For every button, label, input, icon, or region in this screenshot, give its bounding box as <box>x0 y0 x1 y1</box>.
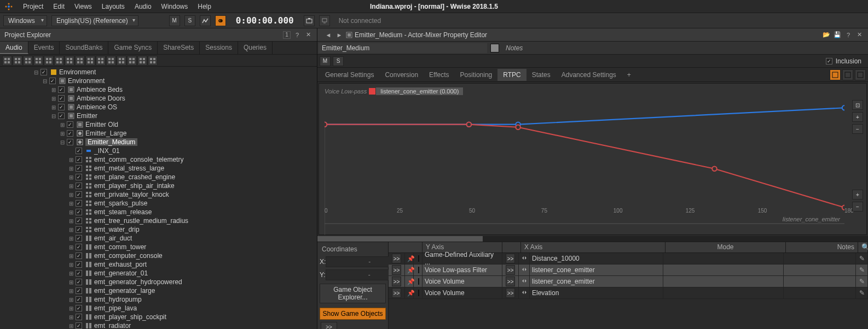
new-object-icon-1[interactable] <box>13 56 22 66</box>
back-icon[interactable]: ◄ <box>324 31 333 39</box>
new-object-icon-2[interactable] <box>23 56 33 66</box>
capture-icon[interactable] <box>304 15 315 26</box>
expander-icon[interactable]: ⊞ <box>68 306 74 312</box>
expander-icon[interactable]: ⊟ <box>42 78 48 84</box>
col-notes[interactable]: Notes <box>786 242 858 252</box>
expander-icon[interactable]: ⊞ <box>50 104 57 110</box>
new-object-icon-3[interactable] <box>33 56 43 66</box>
zoom-out-icon[interactable]: − <box>852 124 863 134</box>
tree-checkbox[interactable]: ✓ <box>76 322 82 329</box>
tree-item[interactable]: ⊞ ✓ emt_player_ship_air_intake <box>0 181 317 190</box>
expander-icon[interactable]: ⊞ <box>68 288 74 294</box>
tree-item[interactable]: ⊟ ✓ Environment <box>0 68 317 77</box>
coords-arrow-button[interactable]: >> <box>321 322 337 329</box>
prop-tab-states[interactable]: States <box>526 69 556 81</box>
show-game-objects-button[interactable]: Show Game Objects <box>320 308 386 320</box>
tree-item[interactable]: ⊞ ✓ emt_radiator <box>0 321 317 329</box>
tree-checkbox[interactable]: ✓ <box>49 78 56 84</box>
edit-icon[interactable]: ✎ <box>858 255 865 262</box>
tree-item[interactable]: ⊞ ✓ emt_exhaust_port <box>0 260 317 269</box>
tree-checkbox[interactable]: ✓ <box>76 183 82 189</box>
prop-tab-rtpc[interactable]: RTPC <box>497 69 526 81</box>
expander-icon[interactable]: ⊞ <box>50 87 57 93</box>
expander-icon[interactable]: ⊞ <box>68 174 74 180</box>
rtpc-row[interactable]: >> 📌 Voice Volume >> Elevation ✎ <box>389 287 868 299</box>
tree-item[interactable]: ⊞ ✓ emt_sparks_pulse <box>0 199 317 208</box>
tree-item[interactable]: ⊞ ✓ Ambience OS <box>0 103 317 111</box>
editor-close-icon[interactable]: ✕ <box>855 31 864 39</box>
menu-views[interactable]: Views <box>74 3 92 10</box>
tree-checkbox[interactable]: ✓ <box>67 121 73 128</box>
tree-item[interactable]: ⊞ ✓ emt_private_taylor_knock <box>0 190 317 199</box>
solo-button[interactable]: S <box>184 15 195 26</box>
expander-icon[interactable]: ⊞ <box>68 236 74 242</box>
new-object-icon-8[interactable] <box>85 56 95 66</box>
tree-checkbox[interactable]: ✓ <box>67 139 73 145</box>
rtpc-row[interactable]: >> 📌 Game-Defined Auxiliary ... >> Dista… <box>389 253 868 265</box>
prop-tab-general-settings[interactable]: General Settings <box>320 69 379 81</box>
tree-item[interactable]: ✓ _INX_01 <box>0 146 317 155</box>
tree-item[interactable]: ⊞ ✓ emt_tree_rustle_medium_radius <box>0 216 317 225</box>
tree-checkbox[interactable]: ✓ <box>58 104 65 110</box>
expander-icon[interactable]: ⊞ <box>50 96 57 102</box>
explorer-tab-sessions[interactable]: Sessions <box>200 42 238 54</box>
tree-item[interactable]: ⊟ ✓ Emitter_Medium <box>0 138 317 146</box>
edit-icon[interactable]: ✎ <box>858 278 865 285</box>
tree-item[interactable]: ⊞ ✓ emt_computer_console <box>0 251 317 260</box>
view-split-v-icon[interactable] <box>842 69 853 80</box>
tree-checkbox[interactable]: ✓ <box>76 148 82 154</box>
search-icon[interactable]: 🔍 <box>858 242 868 252</box>
xaxis-arrow-button[interactable]: >> <box>506 277 515 286</box>
tree-item[interactable]: ⊞ ✓ emt_pipe_lava <box>0 304 317 313</box>
rtpc-arrow-button[interactable]: >> <box>392 277 401 286</box>
notes-field[interactable]: Notes <box>501 44 868 52</box>
explorer-tab-soundbanks[interactable]: SoundBanks <box>60 42 108 54</box>
expander-icon[interactable]: ⊞ <box>68 297 74 303</box>
tree-checkbox[interactable]: ✓ <box>76 226 82 233</box>
rtpc-arrow-button[interactable]: >> <box>392 265 401 275</box>
expander-icon[interactable]: ⊟ <box>50 113 57 119</box>
rtpc-row[interactable]: >> 📌 Voice Low-pass Filter >> listener_c… <box>389 265 868 276</box>
expander-icon[interactable]: ⊞ <box>68 262 74 268</box>
tree-checkbox[interactable]: ✓ <box>76 261 82 268</box>
obj-solo-button[interactable]: S <box>333 56 344 66</box>
expander-icon[interactable]: ⊟ <box>33 69 39 75</box>
rtpc-arrow-button[interactable]: >> <box>392 254 401 263</box>
rtpc-graph[interactable]: Voice Low-pass listener_cone_emitter (0.… <box>319 83 867 235</box>
tree-item[interactable]: ⊞ ✓ emt_generator_large <box>0 286 317 295</box>
tree-checkbox[interactable]: ✓ <box>67 130 73 137</box>
forward-icon[interactable]: ► <box>335 31 344 39</box>
new-object-icon-14[interactable] <box>148 56 158 66</box>
tree-item[interactable]: ⊞ ✓ Emitter Old <box>0 120 317 129</box>
tree-checkbox[interactable]: ✓ <box>76 209 82 215</box>
tree-item[interactable]: ⊞ ✓ Ambience Doors <box>0 94 317 103</box>
xaxis-arrow-button[interactable]: >> <box>506 265 515 275</box>
new-object-icon-9[interactable] <box>96 56 106 66</box>
tree-item[interactable]: ⊞ ✓ emt_generator_hydropowered <box>0 278 317 286</box>
expander-icon[interactable]: ⊟ <box>59 139 66 145</box>
tree-checkbox[interactable]: ✓ <box>76 200 82 207</box>
close-icon[interactable]: ✕ <box>304 31 313 39</box>
mute-button[interactable]: M <box>169 15 180 26</box>
tree-item[interactable]: ⊞ ✓ emt_air_duct <box>0 234 317 243</box>
zoom-fit-icon[interactable]: ⊡ <box>852 100 863 110</box>
tree-item[interactable]: ⊞ ✓ Emitter_Large <box>0 129 317 138</box>
edit-icon[interactable]: ✎ <box>858 266 865 274</box>
editor-help-icon[interactable]: ? <box>844 31 853 39</box>
col-xaxis[interactable]: X Axis <box>521 242 666 252</box>
rtpc-row[interactable]: >> 📌 Voice Volume >> listener_cone_emitt… <box>389 276 868 287</box>
prop-tab-effects[interactable]: Effects <box>424 69 454 81</box>
new-object-icon-0[interactable] <box>2 56 12 66</box>
tree-checkbox[interactable]: ✓ <box>76 165 82 172</box>
menu-layouts[interactable]: Layouts <box>102 3 125 10</box>
curve-color-icon[interactable] <box>418 255 419 262</box>
tree-item[interactable]: ⊞ ✓ Ambience Beds <box>0 85 317 94</box>
expander-icon[interactable]: ⊞ <box>68 157 74 163</box>
graph-scrollbar[interactable] <box>317 236 868 242</box>
obj-mute-button[interactable]: M <box>320 56 331 66</box>
tree-checkbox[interactable]: ✓ <box>58 86 65 93</box>
expander-icon[interactable]: ⊞ <box>68 166 74 172</box>
add-tab-button[interactable]: + <box>622 69 636 81</box>
expander-icon[interactable]: ⊞ <box>68 244 74 250</box>
menu-windows[interactable]: Windows <box>161 3 188 10</box>
